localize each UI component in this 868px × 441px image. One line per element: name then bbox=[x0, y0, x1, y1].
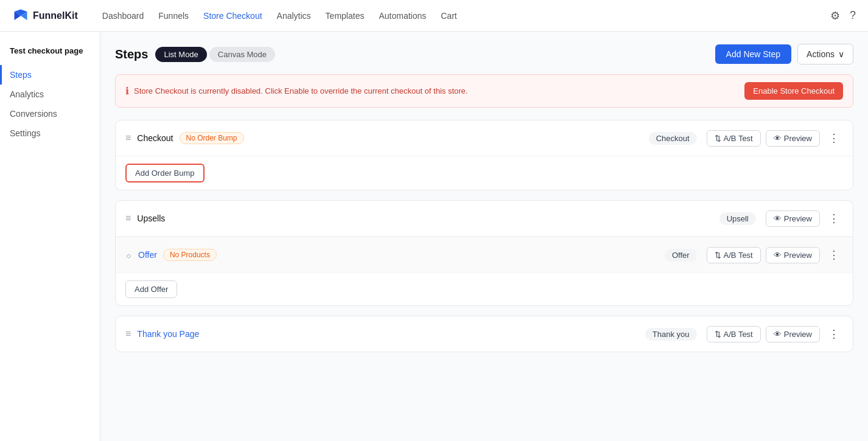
drag-icon-upsells: ≡ bbox=[125, 213, 131, 224]
actions-button[interactable]: Actions ∨ bbox=[797, 44, 853, 64]
checkout-preview-button[interactable]: 👁 Preview bbox=[766, 130, 820, 147]
step-card-checkout: ≡ Checkout No Order Bump Checkout ⇅ A/B … bbox=[115, 120, 853, 190]
actions-label: Actions bbox=[807, 49, 835, 59]
drag-icon-checkout: ≡ bbox=[125, 133, 131, 144]
sidebar: Test checkout page Steps Analytics Conve… bbox=[0, 32, 100, 441]
top-nav: FunnelKit Dashboard Funnels Store Checko… bbox=[0, 0, 868, 32]
nav-links: Dashboard Funnels Store Checkout Analyti… bbox=[102, 11, 457, 21]
step-card-thankyou: ≡ Thank you Page Thank you ⇅ A/B Test 👁 … bbox=[115, 316, 853, 352]
nav-funnels[interactable]: Funnels bbox=[158, 11, 189, 21]
add-order-bump-button[interactable]: Add Order Bump bbox=[125, 164, 205, 182]
checkout-type-badge: Checkout bbox=[649, 132, 697, 145]
upsells-preview-button[interactable]: 👁 Preview bbox=[766, 210, 820, 227]
thankyou-more-button[interactable]: ⋮ bbox=[825, 325, 843, 343]
offer-actions: ⇅ A/B Test 👁 Preview ⋮ bbox=[707, 246, 843, 264]
offer-more-button[interactable]: ⋮ bbox=[825, 246, 843, 264]
nav-dashboard[interactable]: Dashboard bbox=[102, 11, 144, 21]
ab-test-icon-offer: ⇅ bbox=[715, 251, 721, 260]
upsells-name: Upsells bbox=[137, 214, 165, 223]
main-layout: Test checkout page Steps Analytics Conve… bbox=[0, 32, 868, 441]
offer-name: Offer bbox=[138, 250, 157, 260]
info-icon: ℹ bbox=[125, 85, 129, 97]
alert-banner: ℹ Store Checkout is currently disabled. … bbox=[115, 74, 853, 108]
nav-automations[interactable]: Automations bbox=[379, 11, 426, 21]
upsells-more-button[interactable]: ⋮ bbox=[825, 209, 843, 227]
nav-store-checkout[interactable]: Store Checkout bbox=[203, 11, 262, 21]
steps-title-area: Steps List Mode Canvas Mode bbox=[115, 47, 275, 62]
thankyou-type-badge: Thank you bbox=[645, 328, 697, 341]
preview-icon: 👁 bbox=[774, 134, 782, 143]
checkout-tag: No Order Bump bbox=[180, 132, 244, 144]
header-actions: Add New Step Actions ∨ bbox=[715, 44, 853, 64]
nav-analytics[interactable]: Analytics bbox=[277, 11, 311, 21]
steps-title: Steps bbox=[115, 47, 148, 61]
upsells-type-badge: Upsell bbox=[719, 212, 756, 225]
canvas-mode-button[interactable]: Canvas Mode bbox=[209, 47, 275, 62]
main-content: Steps List Mode Canvas Mode Add New Step… bbox=[100, 32, 868, 441]
sidebar-title: Test checkout page bbox=[0, 46, 100, 65]
chevron-down-icon: ∨ bbox=[838, 49, 844, 59]
thankyou-ab-test-button[interactable]: ⇅ A/B Test bbox=[707, 326, 761, 342]
thankyou-preview-button[interactable]: 👁 Preview bbox=[766, 326, 820, 342]
thankyou-name: Thank you Page bbox=[137, 329, 199, 339]
add-new-step-button[interactable]: Add New Step bbox=[715, 44, 792, 64]
thankyou-row: ≡ Thank you Page Thank you ⇅ A/B Test 👁 … bbox=[116, 316, 853, 352]
ab-test-icon-thankyou: ⇅ bbox=[715, 330, 721, 339]
sidebar-item-steps[interactable]: Steps bbox=[0, 65, 100, 85]
preview-icon-offer: 👁 bbox=[774, 251, 782, 260]
checkout-more-button[interactable]: ⋮ bbox=[825, 129, 843, 147]
ab-test-icon: ⇅ bbox=[715, 134, 721, 143]
checkout-actions: ⇅ A/B Test 👁 Preview ⋮ bbox=[707, 129, 843, 147]
logo[interactable]: FunnelKit bbox=[12, 7, 78, 24]
alert-text: ℹ Store Checkout is currently disabled. … bbox=[125, 85, 467, 97]
steps-header: Steps List Mode Canvas Mode Add New Step… bbox=[115, 44, 853, 64]
checkout-sub-area: Add Order Bump bbox=[116, 156, 853, 190]
offer-preview-button[interactable]: 👁 Preview bbox=[766, 247, 820, 263]
upsells-row: ≡ Upsells Upsell 👁 Preview ⋮ bbox=[116, 201, 853, 237]
offer-sort-icon: ⬦ bbox=[125, 249, 132, 262]
preview-icon-upsells: 👁 bbox=[774, 214, 782, 223]
upsells-actions: 👁 Preview ⋮ bbox=[766, 209, 843, 227]
offer-tag: No Products bbox=[163, 249, 217, 261]
mode-toggle: List Mode Canvas Mode bbox=[155, 47, 275, 62]
preview-icon-thankyou: 👁 bbox=[774, 330, 782, 339]
sidebar-item-analytics[interactable]: Analytics bbox=[0, 85, 100, 104]
offer-row: ⬦ Offer No Products Offer ⇅ A/B Test 👁 P… bbox=[116, 237, 853, 273]
list-mode-button[interactable]: List Mode bbox=[155, 47, 206, 62]
nav-templates[interactable]: Templates bbox=[326, 11, 365, 21]
nav-right: ⚙ ? bbox=[830, 9, 856, 23]
offer-type-badge: Offer bbox=[665, 249, 697, 262]
thankyou-actions: ⇅ A/B Test 👁 Preview ⋮ bbox=[707, 325, 843, 343]
help-icon-button[interactable]: ? bbox=[850, 9, 856, 22]
offer-ab-test-button[interactable]: ⇅ A/B Test bbox=[707, 247, 761, 263]
alert-message: Store Checkout is currently disabled. Cl… bbox=[134, 86, 467, 95]
sidebar-item-settings[interactable]: Settings bbox=[0, 123, 100, 143]
sidebar-item-conversions[interactable]: Conversions bbox=[0, 104, 100, 123]
add-offer-button[interactable]: Add Offer bbox=[125, 280, 177, 298]
checkout-name: Checkout bbox=[137, 133, 173, 143]
checkout-ab-test-button[interactable]: ⇅ A/B Test bbox=[707, 130, 761, 147]
enable-store-checkout-button[interactable]: Enable Store Checkout bbox=[744, 82, 843, 100]
settings-icon-button[interactable]: ⚙ bbox=[830, 9, 840, 23]
upsells-sub-area: Add Offer bbox=[116, 273, 853, 305]
step-card-upsells: ≡ Upsells Upsell 👁 Preview ⋮ ⬦ Offer No … bbox=[115, 200, 853, 306]
logo-text: FunnelKit bbox=[33, 10, 78, 21]
drag-icon-thankyou: ≡ bbox=[125, 328, 131, 339]
nav-cart[interactable]: Cart bbox=[441, 11, 457, 21]
checkout-row: ≡ Checkout No Order Bump Checkout ⇅ A/B … bbox=[116, 120, 853, 156]
